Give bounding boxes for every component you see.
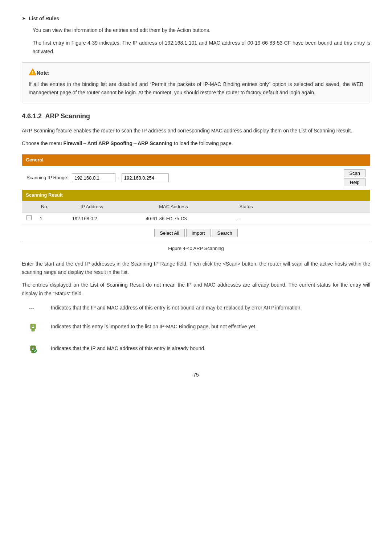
svg-text:!: ! (32, 70, 33, 75)
menu-path: Firewall→Anti ARP Spoofing→ARP Scanning (63, 140, 172, 146)
status-list: --- Indicates that the IP and MAC addres… (22, 304, 370, 356)
scanning-ip-label: Scanning IP Range: (26, 174, 68, 182)
td-status: --- (212, 215, 266, 223)
table-header: No. IP Address MAC Address Status (22, 201, 370, 213)
ip-end-input[interactable] (122, 173, 169, 182)
warning-icon: ! (29, 68, 37, 78)
checkbox-icon[interactable] (26, 215, 32, 220)
scanning-ip-range-row: Scanning IP Range: - Scan Help (22, 166, 370, 190)
help-button[interactable]: Help (344, 178, 366, 186)
th-status: Status (219, 203, 273, 211)
td-no: 1 (34, 215, 48, 223)
scan-button[interactable]: Scan (344, 169, 366, 177)
list-of-rules-para2: The first entry in Figure 4-39 indicates… (33, 39, 370, 56)
scanning-result-header: Scanning Result (22, 190, 370, 201)
menu-suffix: to load the following page. (172, 140, 233, 146)
figure-caption: Figure 4-40 ARP Scanning (22, 245, 370, 253)
note-label: Note: (37, 69, 50, 77)
general-header: General (22, 155, 370, 166)
status-symbol-dash: --- (22, 304, 51, 312)
table-row: 1 192.168.0.2 40-61-86-FC-75-C3 --- (22, 213, 370, 225)
table-actions: Select All Import Search (22, 225, 370, 241)
select-all-button[interactable]: Select All (154, 229, 184, 237)
import-not-effective-icon (22, 323, 51, 334)
menu-prefix: Choose the menu (22, 140, 63, 146)
list-of-rules-header: ➤ List of Rules (22, 15, 370, 22)
svg-rect-3 (32, 329, 34, 331)
chapter-heading: 4.6.1.2 ARP Scanning (22, 111, 370, 122)
status-item-bound: Indicates that the IP and MAC address of… (22, 344, 370, 356)
note-header: ! Note: (29, 68, 363, 78)
list-of-rules-para1: You can view the information of the entr… (33, 26, 370, 34)
scanning-result-label: Scanning Result (26, 192, 63, 198)
td-ip: 192.168.0.2 (48, 215, 121, 223)
status-text-imported: Indicates that this entry is imported to… (51, 323, 370, 331)
list-of-rules-title: List of Rules (29, 15, 59, 22)
status-item-imported: Indicates that this entry is imported to… (22, 323, 370, 334)
row-checkbox[interactable] (26, 215, 34, 223)
desc-para2: The entries displayed on the List of Sca… (22, 281, 370, 297)
note-text: If all the entries in the binding list a… (29, 80, 363, 97)
scan-help-buttons: Scan Help (344, 169, 366, 186)
desc-para1: Enter the start and the end IP addresses… (22, 260, 370, 276)
th-no: No. (34, 203, 56, 211)
ip-range-dash: - (118, 174, 119, 182)
arp-scan-para1: ARP Scanning feature enables the router … (22, 127, 370, 135)
chapter-title: ARP Scanning (45, 112, 90, 120)
import-button[interactable]: Import (186, 229, 211, 237)
bound-icon (22, 344, 51, 356)
page-number: -75- (192, 372, 201, 378)
note-box: ! Note: If all the entries in the bindin… (22, 62, 370, 103)
status-text-unbound: Indicates that the IP and MAC address of… (51, 304, 370, 312)
th-ip: IP Address (56, 203, 128, 211)
arrow-icon: ➤ (22, 15, 26, 22)
arp-scan-widget: General Scanning IP Range: - Scan Help S… (22, 154, 370, 241)
th-mac: MAC Address (128, 203, 219, 211)
search-button[interactable]: Search (212, 229, 238, 237)
status-item-unbound: --- Indicates that the IP and MAC addres… (22, 304, 370, 312)
td-mac: 40-61-86-FC-75-C3 (121, 215, 212, 223)
menu-path-text: Choose the menu Firewall→Anti ARP Spoofi… (22, 139, 370, 148)
page-footer: -75- (22, 371, 370, 379)
ip-start-input[interactable] (72, 173, 115, 182)
chapter-number: 4.6.1.2 (22, 112, 42, 120)
status-text-bound: Indicates that the IP and MAC address of… (51, 344, 370, 353)
general-label: General (26, 157, 43, 163)
